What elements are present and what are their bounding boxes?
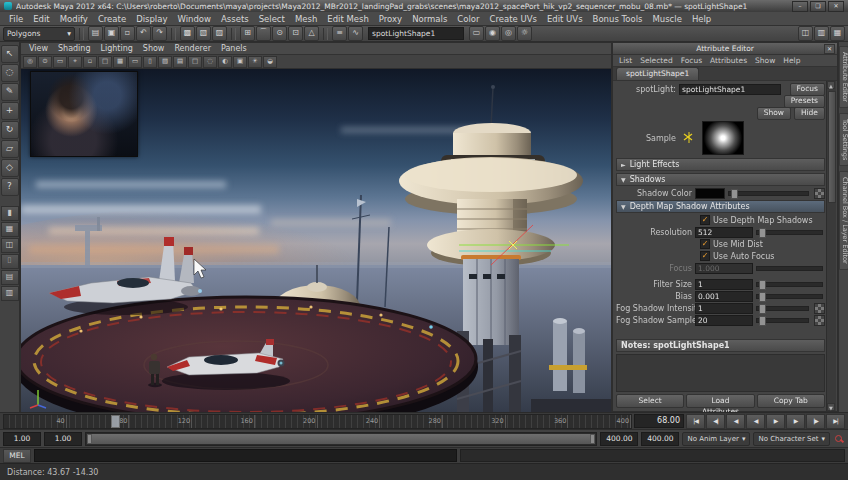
menu-item[interactable]: Color bbox=[452, 14, 484, 24]
viewport-menu-item[interactable]: Show bbox=[138, 44, 170, 53]
input-connections-icon[interactable]: ≡ bbox=[332, 26, 347, 41]
render-current-frame-icon[interactable]: ◉ bbox=[485, 26, 500, 41]
dock-tab[interactable]: Tool Settings bbox=[839, 113, 848, 166]
attribute-editor-menu-item[interactable]: Focus bbox=[677, 56, 706, 65]
construction-history-icon[interactable]: ∿ bbox=[348, 26, 363, 41]
viewport-menu-item[interactable]: Lighting bbox=[95, 44, 137, 53]
attribute-editor-header[interactable]: Attribute Editor ✕ bbox=[613, 43, 837, 55]
mel-toggle-button[interactable]: MEL bbox=[3, 449, 31, 463]
maximize-button[interactable]: ❏ bbox=[810, 1, 826, 12]
lock-camera-icon[interactable]: ⊙ bbox=[38, 56, 52, 68]
redo-icon[interactable]: ↷ bbox=[152, 26, 167, 41]
show-toolsettings-icon[interactable]: ▦ bbox=[830, 26, 845, 41]
rotate-tool-icon[interactable]: ↻ bbox=[1, 121, 19, 139]
timeline-playhead[interactable] bbox=[111, 415, 120, 428]
step-forward-key-button[interactable]: |▶ bbox=[806, 414, 825, 429]
attribute-editor-menu-item[interactable]: Show bbox=[751, 56, 779, 65]
image-plane-icon[interactable]: ▫ bbox=[83, 56, 97, 68]
last-tool-icon[interactable]: ? bbox=[1, 178, 19, 196]
menu-item[interactable]: Help bbox=[687, 14, 716, 24]
menu-item[interactable]: Edit Mesh bbox=[322, 14, 374, 24]
smooth-shade-icon[interactable]: ◐ bbox=[218, 56, 232, 68]
copy-tab-button[interactable]: Copy Tab bbox=[757, 394, 825, 408]
playback-start-field[interactable]: 1.00 bbox=[44, 432, 82, 446]
select-by-object-icon[interactable]: ▧ bbox=[196, 26, 211, 41]
close-button[interactable]: ✕ bbox=[828, 1, 844, 12]
viewport-menu-item[interactable]: Panels bbox=[216, 44, 252, 53]
node-name-field[interactable]: spotLightShape1 bbox=[679, 84, 781, 95]
auto-keyframe-icon[interactable] bbox=[833, 433, 845, 445]
filter-size-field[interactable]: 1 bbox=[695, 279, 753, 290]
film-gate-icon[interactable]: ▭ bbox=[128, 56, 142, 68]
section-light-effects[interactable]: ► Light Effects bbox=[616, 158, 825, 171]
menu-item[interactable]: Create UVs bbox=[485, 14, 542, 24]
status-separator[interactable] bbox=[323, 28, 328, 40]
go-to-start-button[interactable]: |◀ bbox=[686, 414, 705, 429]
wireframe-icon[interactable]: ◌ bbox=[203, 56, 217, 68]
viewport-menu-item[interactable]: Renderer bbox=[169, 44, 216, 53]
step-back-frame-button[interactable]: ◀ bbox=[726, 414, 745, 429]
presets-button[interactable]: Presets bbox=[784, 95, 825, 108]
step-back-key-button[interactable]: ◀| bbox=[706, 414, 725, 429]
close-icon[interactable]: ✕ bbox=[824, 44, 835, 54]
bias-field[interactable]: 0.001 bbox=[695, 291, 753, 302]
resolution-field[interactable]: 512 bbox=[695, 227, 753, 238]
menu-item[interactable]: Normals bbox=[407, 14, 452, 24]
minimize-button[interactable]: – bbox=[792, 1, 808, 12]
time-slider[interactable]: 4080120160200240280320360400 bbox=[3, 414, 632, 429]
animation-end-field[interactable]: 400.00 bbox=[641, 432, 679, 446]
notes-textarea[interactable] bbox=[616, 354, 825, 392]
lasso-tool-icon[interactable]: ◌ bbox=[1, 64, 19, 82]
open-render-view-icon[interactable]: ▭ bbox=[469, 26, 484, 41]
viewport-menu-item[interactable]: View bbox=[24, 44, 53, 53]
menu-item[interactable]: Window bbox=[172, 14, 216, 24]
status-separator[interactable] bbox=[171, 28, 176, 40]
layout-single-pane-icon[interactable]: ▮ bbox=[1, 206, 19, 221]
fog-shadow-intensity-slider[interactable] bbox=[756, 306, 809, 311]
texture-map-button[interactable] bbox=[814, 188, 825, 199]
render-settings-icon[interactable]: ☼ bbox=[517, 26, 532, 41]
menu-item[interactable]: Modify bbox=[55, 14, 93, 24]
field-chart-icon[interactable]: ▤ bbox=[173, 56, 187, 68]
playback-end-field[interactable]: 400.00 bbox=[600, 432, 638, 446]
range-slider[interactable] bbox=[85, 432, 597, 446]
command-line-input[interactable] bbox=[34, 449, 457, 462]
tab-spotlightshape1[interactable]: spotLightShape1 bbox=[616, 67, 699, 80]
shadow-color-swatch[interactable] bbox=[695, 188, 725, 199]
load-attributes-button[interactable]: Load Attributes bbox=[686, 394, 754, 408]
menu-item[interactable]: Edit UVs bbox=[542, 14, 588, 24]
layout-four-pane-icon[interactable]: ▦ bbox=[1, 222, 19, 237]
camera-attributes-icon[interactable]: ▭ bbox=[53, 56, 67, 68]
layout-hypershade-persp-icon[interactable]: ▥ bbox=[1, 286, 19, 301]
show-sidebar-icon[interactable]: ◫ bbox=[798, 26, 813, 41]
use-auto-focus-checkbox[interactable]: ✓ bbox=[700, 251, 710, 261]
select-tool-icon[interactable]: ↖ bbox=[1, 45, 19, 63]
range-start-handle[interactable] bbox=[87, 434, 92, 444]
quick-selection-field[interactable]: spotLightShape1 bbox=[368, 27, 464, 40]
menu-item[interactable]: Muscle bbox=[647, 14, 686, 24]
bookmark-icon[interactable]: ⌖ bbox=[68, 56, 82, 68]
layout-two-pane-stacked-icon[interactable]: ⌷ bbox=[1, 254, 19, 269]
undo-icon[interactable]: ↶ bbox=[136, 26, 151, 41]
character-set-menu[interactable]: No Character Set ▾ bbox=[753, 432, 830, 446]
menu-set-dropdown[interactable]: Polygons ▾ bbox=[3, 27, 75, 41]
scroll-up-icon[interactable]: ▲ bbox=[827, 81, 835, 89]
texture-map-button[interactable] bbox=[814, 315, 825, 326]
dock-tab[interactable]: Attribute Editor bbox=[839, 46, 848, 108]
use-lights-icon[interactable]: ☀ bbox=[248, 56, 262, 68]
section-shadows[interactable]: ▼ Shadows bbox=[616, 173, 825, 186]
menu-item[interactable]: Select bbox=[254, 14, 290, 24]
attribute-editor-menu-item[interactable]: Help bbox=[779, 56, 804, 65]
open-scene-icon[interactable]: ▣ bbox=[104, 26, 119, 41]
play-backwards-button[interactable]: ◀ bbox=[746, 414, 765, 429]
filter-size-slider[interactable] bbox=[756, 282, 823, 287]
menu-item[interactable]: Mesh bbox=[290, 14, 322, 24]
play-forwards-button[interactable]: ▶ bbox=[766, 414, 785, 429]
new-scene-icon[interactable]: ▤ bbox=[88, 26, 103, 41]
resolution-gate-icon[interactable]: ▯ bbox=[143, 56, 157, 68]
move-tool-icon[interactable]: + bbox=[1, 102, 19, 120]
menu-item[interactable]: Edit bbox=[28, 14, 54, 24]
fog-shadow-samples-slider[interactable] bbox=[756, 318, 809, 323]
universal-manipulator-icon[interactable]: ◇ bbox=[1, 159, 19, 177]
attribute-editor-menu-item[interactable]: List bbox=[615, 56, 636, 65]
